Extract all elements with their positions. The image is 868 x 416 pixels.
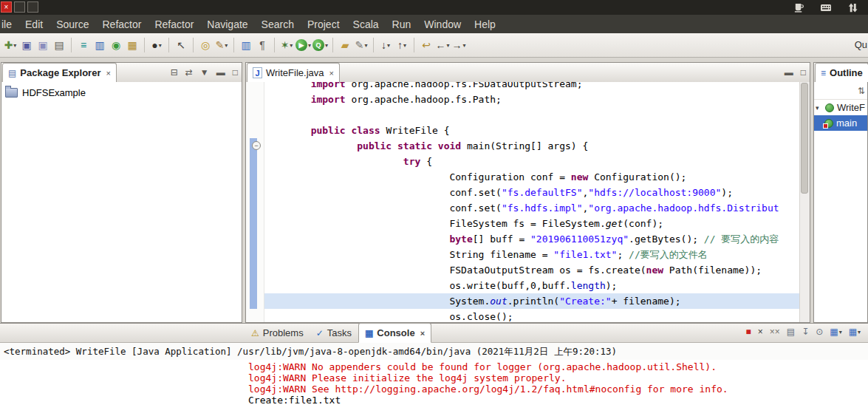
code-line[interactable]: FileSystem fs = FileSystem.get(conf);	[264, 216, 800, 231]
expander-icon[interactable]: ▾	[816, 104, 822, 112]
skip-breakpoints-button[interactable]: ↖	[174, 36, 188, 54]
menu-item-refactor[interactable]: Refactor	[96, 18, 148, 30]
scala-interpreter-icon: ≡	[81, 39, 86, 51]
display-selected-console-button[interactable]: ▦▾	[830, 327, 841, 337]
annotate-button[interactable]: ✎▾	[354, 36, 369, 54]
show-whitespace-button[interactable]: ¶	[255, 36, 270, 54]
previous-annotation-button[interactable]: ↑▾	[394, 36, 409, 54]
code-line[interactable]: byte[] buff = "201906110051zyq".getBytes…	[264, 231, 800, 247]
tab-problems[interactable]: ⚠Problems	[245, 324, 310, 342]
next-annotation-button[interactable]: ↓▾	[378, 36, 393, 54]
search-button[interactable]: ◎	[198, 36, 213, 54]
close-icon[interactable]: ×	[106, 69, 110, 78]
highlight-button[interactable]: ✎▾	[214, 36, 229, 54]
menu-item-navigate[interactable]: Navigate	[200, 18, 254, 30]
run-button[interactable]: ▶▾	[295, 36, 311, 54]
pin-console-button[interactable]: ⊙	[816, 327, 823, 337]
network-traffic-indicator-icon[interactable]	[847, 2, 858, 16]
maximize-button[interactable]: □	[233, 67, 238, 78]
outline-menu-button[interactable]: ⇅	[858, 86, 865, 96]
tab-outline[interactable]: ≡ Outline	[815, 63, 868, 82]
open-console-button[interactable]: ▦▾	[849, 327, 861, 337]
keyboard-indicator-icon[interactable]	[820, 1, 832, 16]
debug-button[interactable]: ✶▾	[279, 36, 294, 54]
save-button[interactable]: ▣	[19, 36, 34, 54]
new-wizard-button[interactable]: ✚▾	[3, 36, 18, 54]
view-menu-button[interactable]: ▼	[200, 67, 209, 78]
external-tools-button[interactable]: ●▾	[149, 36, 164, 54]
outline-item-main[interactable]: main	[814, 115, 867, 131]
tab-console[interactable]: ▦Console×	[358, 323, 431, 343]
tab-tasks[interactable]: ✓Tasks	[310, 324, 358, 342]
code-line[interactable]: Configuration conf = new Configuration()…	[264, 169, 800, 185]
open-resource-button[interactable]: ▰	[338, 36, 352, 54]
code-line[interactable]: import org.apache.hadoop.fs.FSDataOutput…	[264, 82, 800, 92]
new-package-button[interactable]: ▦	[125, 36, 140, 54]
coverage-button[interactable]: Q▾	[312, 36, 328, 54]
outline-item-writef[interactable]: ▾WriteF	[814, 100, 867, 115]
editor-scrollbar[interactable]	[799, 82, 810, 322]
back-button[interactable]: ←▾	[435, 36, 450, 54]
remove-all-launches-button[interactable]: ××	[770, 327, 780, 337]
maximize-button[interactable]: □	[801, 67, 806, 78]
code-line[interactable]: public class WriteFile {	[264, 123, 800, 138]
minimize-window-button[interactable]	[14, 1, 25, 13]
menu-item-project[interactable]: Project	[301, 18, 346, 30]
close-icon[interactable]: ×	[420, 329, 425, 338]
menu-item-scala[interactable]: Scala	[346, 18, 386, 30]
menu-item-source[interactable]: Source	[49, 18, 95, 30]
code-line[interactable]: FSDataOutputStream os = fs.create(new Pa…	[264, 262, 800, 278]
link-with-editor-button[interactable]: ⇄	[185, 67, 193, 78]
code-line[interactable]: public static void main(String[] args) {	[264, 138, 800, 154]
forward-button[interactable]: →▾	[451, 36, 466, 54]
collapse-all-button[interactable]: ⊟	[171, 67, 178, 78]
new-class-button[interactable]: ◉	[109, 36, 123, 54]
console-tabs: ⚠Problems✓Tasks▦Console×	[0, 324, 868, 343]
tree-item-hdfsexample[interactable]: HDFSExample	[1, 82, 242, 98]
fold-collapse-icon[interactable]: −	[252, 141, 261, 150]
menu-item-help[interactable]: Help	[468, 18, 502, 30]
close-icon[interactable]: ×	[329, 69, 334, 78]
caffeine-indicator-icon[interactable]	[793, 2, 804, 16]
console-output[interactable]: log4j:WARN No appenders could be found f…	[0, 360, 868, 416]
scrollbar-thumb[interactable]	[801, 83, 808, 194]
last-edit-location-button[interactable]: ↩	[419, 36, 434, 54]
console-line: log4j:WARN See http://logging.apache.org…	[248, 383, 868, 395]
quick-access-label[interactable]: Qu	[855, 39, 868, 50]
open-type-button[interactable]: ▥	[239, 36, 253, 54]
minimize-button[interactable]: ▬	[216, 67, 225, 78]
code-line[interactable]: import org.apache.hadoop.fs.Path;	[264, 92, 800, 107]
dropdown-arrow-icon: ▾	[364, 42, 367, 49]
terminate-button[interactable]: ■	[746, 327, 751, 337]
code-line[interactable]	[264, 107, 800, 123]
menu-item-search[interactable]: Search	[255, 18, 301, 30]
remove-launch-button[interactable]: ×	[758, 327, 763, 337]
scala-interpreter-button[interactable]: ≡	[76, 36, 91, 54]
menu-item-refactor[interactable]: Refactor	[148, 18, 200, 30]
menu-item-run[interactable]: Run	[386, 18, 418, 30]
code-line[interactable]: os.close();	[264, 309, 800, 322]
toolbar-separator	[414, 38, 414, 52]
maximize-window-button[interactable]	[27, 1, 38, 13]
code-line[interactable]: System.out.println("Create:"+ filename);	[264, 293, 800, 309]
code-line[interactable]: try {	[264, 154, 800, 169]
close-window-button[interactable]: ×	[1, 1, 12, 13]
tab-package-explorer[interactable]: ▤ Package Explorer ×	[2, 63, 117, 82]
code-area[interactable]: import org.apache.hadoop.fs.FSDataOutput…	[264, 82, 800, 322]
scroll-lock-button[interactable]: ↧	[802, 327, 809, 337]
menu-item-ile[interactable]: ile	[0, 18, 18, 30]
menu-item-edit[interactable]: Edit	[18, 18, 49, 30]
tab-writefile-java[interactable]: J WriteFile.java ×	[247, 63, 340, 82]
print-button[interactable]: ▤	[52, 36, 66, 54]
minimize-button[interactable]: ▬	[785, 67, 793, 78]
console-line: Create:file1.txt	[248, 395, 868, 406]
coverage-icon: Q	[312, 39, 324, 51]
save-all-button[interactable]: ▣	[35, 36, 50, 54]
code-line[interactable]: String filename = "file1.txt"; //要写入的文件名	[264, 247, 800, 262]
clear-console-button[interactable]: ▤	[787, 327, 795, 337]
code-line[interactable]: os.write(buff,0,buff.length);	[264, 278, 800, 293]
new-scala-object-button[interactable]: ▥	[92, 36, 107, 54]
menu-item-window[interactable]: Window	[417, 18, 468, 30]
code-line[interactable]: conf.set("fs.hdfs.impl","org.apache.hado…	[264, 200, 800, 216]
code-line[interactable]: conf.set("fs.defaultFS","hdfs://localhos…	[264, 185, 800, 200]
